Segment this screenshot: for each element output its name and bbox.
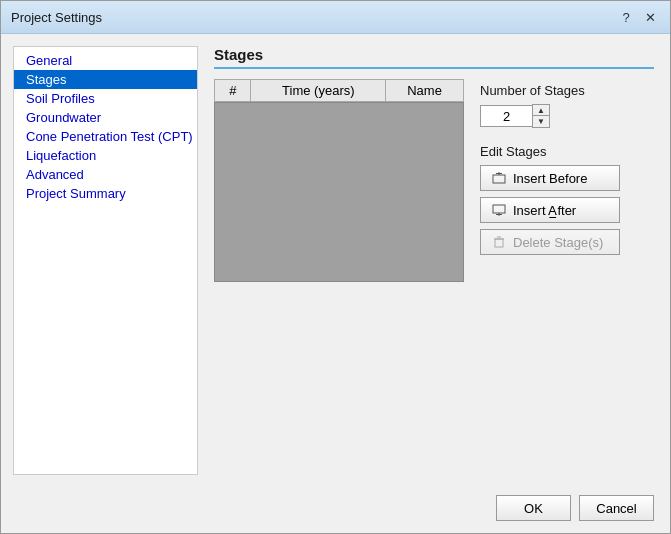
dialog-footer: OK Cancel [1,487,670,533]
sidebar: GeneralStagesSoil ProfilesGroundwaterCon… [13,46,198,475]
number-of-stages-label: Number of Stages [480,83,620,98]
cancel-button[interactable]: Cancel [579,495,654,521]
stages-count-input[interactable] [480,105,532,127]
edit-stages-label: Edit Stages [480,144,620,159]
titlebar-buttons: ? ✕ [616,7,660,27]
insert-before-label: Insert Before [513,171,587,186]
insert-after-label: Insert A̲fter [513,203,576,218]
help-button[interactable]: ? [616,7,636,27]
spinner-down-button[interactable]: ▼ [533,116,549,127]
col-header-num: # [215,80,251,102]
col-header-time: Time (years) [251,80,386,102]
spinner-buttons: ▲ ▼ [532,104,550,128]
svg-rect-0 [493,175,505,183]
dialog-title: Project Settings [11,10,102,25]
empty-stage-area [214,102,464,282]
insert-after-button[interactable]: Insert A̲fter [480,197,620,223]
sidebar-item-groundwater[interactable]: Groundwater [14,108,197,127]
titlebar: Project Settings ? ✕ [1,1,670,34]
sidebar-item-project-summary[interactable]: Project Summary [14,184,197,203]
svg-rect-6 [495,239,503,247]
sidebar-item-cone-penetration[interactable]: Cone Penetration Test (CPT) [14,127,197,146]
sidebar-item-stages[interactable]: Stages [14,70,197,89]
project-settings-dialog: Project Settings ? ✕ GeneralStagesSoil P… [0,0,671,534]
svg-rect-3 [493,205,505,213]
sidebar-item-liquefaction[interactable]: Liquefaction [14,146,197,165]
sidebar-item-general[interactable]: General [14,51,197,70]
close-button[interactable]: ✕ [640,7,660,27]
delete-stage-label: Delete Stage(s) [513,235,603,250]
insert-before-icon [491,170,507,186]
dialog-body: GeneralStagesSoil ProfilesGroundwaterCon… [1,34,670,487]
sidebar-item-advanced[interactable]: Advanced [14,165,197,184]
spinner-up-button[interactable]: ▲ [533,105,549,116]
insert-after-icon [491,202,507,218]
number-of-stages-spinner: ▲ ▼ [480,104,550,128]
delete-stage-button[interactable]: Delete Stage(s) [480,229,620,255]
sidebar-item-soil-profiles[interactable]: Soil Profiles [14,89,197,108]
main-content: Stages # Time (years) Name [198,34,670,487]
section-title: Stages [214,46,654,69]
content-area: # Time (years) Name Number of [214,79,654,475]
edit-stages-group: Edit Stages Insert Before [480,144,620,255]
insert-before-button[interactable]: Insert Before [480,165,620,191]
stages-table: # Time (years) Name [214,79,464,102]
delete-stage-icon [491,234,507,250]
table-area: # Time (years) Name [214,79,464,475]
col-header-name: Name [386,80,464,102]
number-of-stages-group: Number of Stages ▲ ▼ [480,83,620,128]
right-panel: Number of Stages ▲ ▼ Edit Stages [480,79,620,475]
ok-button[interactable]: OK [496,495,571,521]
